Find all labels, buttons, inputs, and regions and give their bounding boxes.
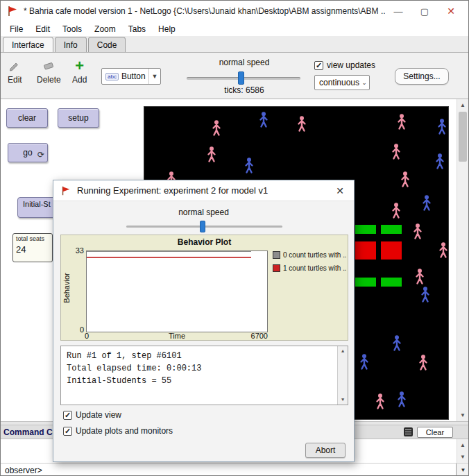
monitor-value: 24 [16,244,49,255]
plot-title: Behavior Plot [61,237,348,247]
scroll-down-icon[interactable]: ▼ [457,409,468,421]
plot-y-axis-label: Behavior [62,273,71,303]
view-updates-checkbox[interactable]: ✓ view updates [314,60,375,70]
dialog-titlebar[interactable]: Running Experiment: experiment 2 for mod… [53,180,354,201]
delete-widget-button[interactable]: Delete [37,59,61,85]
view-updates-label: view updates [327,60,375,70]
scroll-up-icon[interactable]: ▲ [457,439,468,451]
legend-swatch-gray [273,251,280,259]
go-button-label: go [23,148,32,158]
y-tick-max: 33 [69,246,84,255]
ticks-counter: ticks: 6586 [187,85,302,95]
update-mode-dropdown[interactable]: continuous ⌄ [314,75,370,90]
menu-zoom[interactable]: Zoom [88,24,122,34]
total-seats-monitor: total seats 24 [12,233,53,262]
tab-info[interactable]: Info [55,37,87,52]
dialog-speed-label: normal speed [53,207,354,217]
go-button[interactable]: go ⟳ [8,143,48,162]
scroll-up-icon[interactable]: ▲ [338,346,348,356]
dialog-title: Running Experiment: experiment 2 for mod… [77,185,333,196]
x-tick-max: 6700 [240,332,268,340]
scroll-down-icon[interactable]: ▼ [457,451,468,463]
update-mode-value: continuous [319,78,359,87]
speed-slider-thumb[interactable] [238,71,244,85]
legend-entry: 1 count turtles with ... [273,264,346,272]
scroll-down-icon[interactable]: ▼ [338,395,348,405]
pencil-icon [8,59,22,73]
setup-button[interactable]: setup [58,108,99,128]
minimize-button[interactable]: — [385,6,411,17]
legend-label: 1 count turtles with ... [283,264,346,272]
add-widget-button[interactable]: + Add [72,59,87,85]
update-view-label: Update view [76,410,121,420]
clear-button-label: clear [18,113,36,123]
main-vertical-scrollbar[interactable]: ▲ ▼ [457,99,468,421]
netlogo-window: * Bahria cafe model version 1 - NetLogo … [0,0,469,476]
close-button[interactable]: ✕ [438,6,464,17]
edit-widget-button[interactable]: Edit [8,59,22,85]
clear-button[interactable]: clear [6,108,48,128]
checkbox-icon[interactable]: ✓ [314,61,323,70]
experiment-dialog: Running Experiment: experiment 2 for mod… [53,180,355,462]
eraser-icon [42,59,56,73]
abort-button[interactable]: Abort [305,443,346,458]
monitor-label: total seats [16,235,49,242]
legend-label: 0 count turtles with ... [283,251,346,259]
plot-area [86,250,268,332]
widget-type-value: Button [121,71,146,81]
checkbox-icon[interactable]: ✓ [63,427,72,436]
add-label: Add [72,75,87,85]
chevron-down-icon: ⌄ [359,76,369,90]
checkbox-icon[interactable]: ✓ [63,411,72,420]
tabbar: Interface Info Code [1,36,469,53]
legend-swatch-red [273,264,280,272]
toolbar: Edit Delete + Add abc Button ▼ normal sp… [1,53,469,99]
command-center-scrollbar[interactable]: ▲ ▼ [457,439,468,463]
settings-button[interactable]: Settings... [395,68,449,85]
y-tick-min: 0 [69,325,84,334]
dialog-speed-slider[interactable] [53,219,354,234]
delete-label: Delete [37,75,61,85]
command-input-line[interactable]: observer> ▼ [1,463,469,476]
tab-interface[interactable]: Interface [3,37,53,52]
experiment-output[interactable]: Run #1 of 1, step #6101 Total elapsed ti… [60,346,348,405]
chevron-down-icon: ▼ [148,69,160,84]
dialog-slider-thumb[interactable] [200,221,205,232]
observer-prompt: observer> [5,466,42,475]
scroll-up-icon[interactable]: ▲ [457,99,468,111]
command-center-clear-button[interactable]: Clear [417,427,453,438]
scrollbar-thumb[interactable] [459,112,467,162]
output-line: Total elapsed time: 0:00:13 [67,362,334,375]
output-line: Run #1 of 1, step #6101 [67,350,334,362]
slider-label: Initial-St [23,200,51,208]
history-dropdown-icon[interactable]: ▼ [456,464,469,476]
netlogo-flag-icon [6,5,19,17]
dialog-close-button[interactable]: ✕ [333,185,347,196]
menu-edit[interactable]: Edit [29,24,56,34]
abc-button-icon: abc [105,73,119,80]
menu-help[interactable]: Help [152,24,182,34]
legend-entry: 0 count turtles with ... [273,251,346,259]
command-center-toggle-icon[interactable] [404,427,413,436]
netlogo-flag-icon [60,185,71,196]
update-view-checkbox[interactable]: ✓ Update view [63,410,121,420]
output-scrollbar[interactable]: ▲ ▼ [337,346,348,405]
plot-legend: 0 count turtles with ... 1 count turtles… [273,251,346,272]
setup-button-label: setup [68,113,88,123]
speed-slider-label: normal speed [187,58,302,67]
maximize-button[interactable]: ▢ [411,6,438,17]
menu-tabs[interactable]: Tabs [122,24,152,34]
window-title: * Bahria cafe model version 1 - NetLogo … [24,6,385,16]
widget-type-dropdown[interactable]: abc Button ▼ [101,68,161,85]
titlebar[interactable]: * Bahria cafe model version 1 - NetLogo … [1,1,469,22]
edit-label: Edit [8,75,22,85]
output-line: Initial-Students = 55 [67,375,334,387]
behavior-plot: Behavior Plot Behavior 33 0 0 Time 6700 … [60,235,348,341]
tab-code[interactable]: Code [88,37,126,52]
menu-file[interactable]: File [3,24,29,34]
menu-tools[interactable]: Tools [56,24,88,34]
update-plots-checkbox[interactable]: ✓ Update plots and monitors [63,426,173,436]
plus-icon: + [73,59,87,73]
forever-icon: ⟳ [37,151,44,159]
menubar: File Edit Tools Zoom Tabs Help [1,22,469,36]
